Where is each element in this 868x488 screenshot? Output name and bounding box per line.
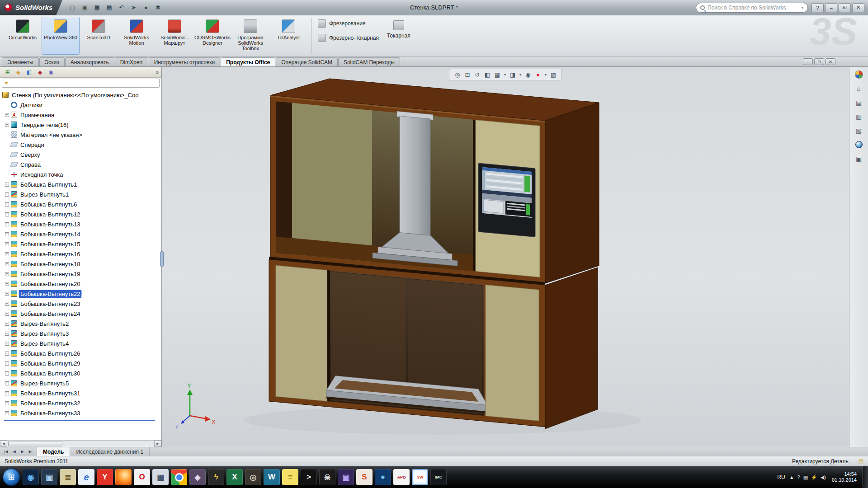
expander-icon[interactable] [5,361,9,366]
scrollbar-thumb[interactable] [8,441,62,446]
expander-icon[interactable] [5,332,9,336]
scroll-right-icon[interactable]: ▶ [154,441,161,447]
open-icon[interactable]: ▣ [79,2,90,13]
tree-item[interactable]: Вырез-Вытянуть2 [2,319,161,328]
expander-icon[interactable] [5,411,9,415]
tray-icon[interactable]: ▲ [789,474,794,480]
doc-minimize-button[interactable]: – [803,58,813,65]
apply-scene-icon[interactable]: ▨ [549,70,558,79]
document-tab[interactable]: Модель [37,447,70,456]
resources-icon[interactable]: ⌂ [853,83,865,94]
expander-icon[interactable] [5,252,9,256]
zoom-fit-icon[interactable]: ◎ [453,70,462,79]
close-button[interactable]: ✕ [852,3,864,12]
3d-model-cabinet[interactable]: Y X Z [162,67,849,447]
tab-scroll-icon[interactable]: |◀ [2,450,10,454]
expander-icon[interactable] [5,242,9,246]
command-tab[interactable]: DimXpert [115,57,148,66]
tree-item[interactable]: Бобышка-Вытянуть16 [2,249,161,259]
calculator-icon[interactable]: ▦ [152,469,169,485]
save-icon[interactable]: ▦ [91,2,103,13]
tree-item[interactable]: Бобышка-Вытянуть29 [2,358,161,368]
command-tab[interactable]: Эскиз [39,57,65,66]
ribbon-button[interactable]: PhotoView 360 [42,17,80,55]
minimize-button[interactable]: – [825,3,837,12]
color-wheel-icon[interactable] [853,69,865,80]
start-button[interactable]: ⊞ [3,469,20,486]
tree-item[interactable]: Бобышка-Вытянуть31 [2,388,161,398]
tray-icon[interactable]: ▤ [803,474,808,480]
milling-button[interactable]: Фрезерование [318,19,379,28]
command-tab[interactable]: Продукты Office [221,57,275,66]
view-palette-icon[interactable]: ▧ [853,125,865,136]
tree-item[interactable]: Бобышка-Вытянуть18 [2,259,161,269]
options-icon[interactable]: ✱ [152,2,164,13]
apb-icon[interactable]: APB [393,469,410,485]
expander-icon[interactable] [5,371,9,375]
tree-item[interactable]: Примечания [2,110,161,120]
tree-item[interactable]: Бобышка-Вытянуть22 [2,289,161,299]
expander-icon[interactable] [5,272,9,276]
expander-icon[interactable] [5,183,9,187]
expander-icon[interactable] [5,342,9,346]
expander-icon[interactable] [5,391,9,395]
scroll-left-icon[interactable]: ◀ [0,441,7,447]
expander-icon[interactable] [5,302,9,306]
expander-icon[interactable] [5,322,9,326]
tab-scroll-icon[interactable]: ◀ [10,450,18,454]
new-document-icon[interactable]: ▢ [67,2,78,13]
display-style-icon[interactable]: ◨ [508,70,517,79]
firefox-icon[interactable] [115,469,132,485]
document-tab[interactable]: Исследование движения 1 [70,447,150,456]
dropdown-icon[interactable]: ▾ [503,70,507,79]
dropdown-icon[interactable]: ▾ [518,70,523,79]
doc-close-button[interactable]: ✕ [826,58,835,65]
appearances-icon[interactable] [853,139,865,150]
configurationmanager-tab[interactable]: ◧ [24,68,34,76]
tree-item[interactable]: Бобышка-Вытянуть19 [2,269,161,279]
command-tab[interactable]: Инструменты отрисовки [149,57,221,66]
expander-icon[interactable] [5,352,9,356]
expander-icon[interactable] [5,312,9,316]
tree-item[interactable]: Бобышка-Вытянуть1 [2,179,161,189]
expander-icon[interactable] [5,232,9,236]
tree-filter-input[interactable] [10,80,157,87]
ribbon-button[interactable]: SolidWorks - Маршрут [156,17,193,55]
turning-button[interactable]: Токарная [387,19,410,42]
dropdown-icon[interactable]: ▾ [543,70,548,79]
panel-splitter-handle[interactable] [160,251,164,267]
ribbon-button[interactable]: ScanTo3D [80,17,118,55]
internet-explorer-icon[interactable]: e [78,469,94,485]
tree-item[interactable]: Сверху [2,150,161,160]
tree-item[interactable]: Вырез-Вытянуть3 [2,328,161,338]
camera-icon[interactable]: ◎ [245,469,261,485]
tree-item[interactable]: Бобышка-Вытянуть13 [2,219,161,229]
tree-item[interactable]: Бобышка-Вытянуть15 [2,239,161,249]
undo-icon[interactable]: ↶ [116,2,127,13]
language-indicator[interactable]: RU [777,474,785,480]
tray-icon[interactable]: ⚡ [811,474,817,480]
command-tab[interactable]: Элементы [2,57,39,66]
ribbon-button[interactable]: TolAnalyst [269,17,307,55]
tab-scroll-icon[interactable]: ▶| [27,450,34,454]
ribbon-button[interactable]: COSMOSWorks Designer [193,17,231,55]
rollback-bar[interactable] [4,420,155,421]
imc-icon[interactable]: IMC [430,469,447,485]
file-explorer-icon[interactable]: ▥ [853,111,865,122]
edit-appearance-icon[interactable]: ● [533,70,542,79]
rebuild-icon[interactable]: ● [140,2,151,13]
hide-show-icon[interactable]: ◉ [524,70,533,79]
expander-icon[interactable] [5,282,9,286]
tree-horizontal-scrollbar[interactable]: ◀ ▶ [0,440,161,447]
tree-root-item[interactable]: Стенка (По умолчанию<<По умолчанию>_Соо [2,90,161,100]
expander-icon[interactable] [5,113,9,117]
print-icon[interactable]: ▤ [104,2,115,13]
my-computer-icon[interactable]: ▣ [41,469,57,485]
tree-item[interactable]: Бобышка-Вытянуть30 [2,368,161,378]
status-sheet-icon[interactable]: ▤ [859,458,863,465]
help-button[interactable]: ? [811,3,824,12]
tray-icon[interactable]: ? [797,474,800,480]
opera-icon[interactable]: O [134,469,150,485]
remote-desktop-icon[interactable]: ▣ [338,469,354,485]
featuremanager-tab[interactable]: ⊞ [3,68,12,76]
